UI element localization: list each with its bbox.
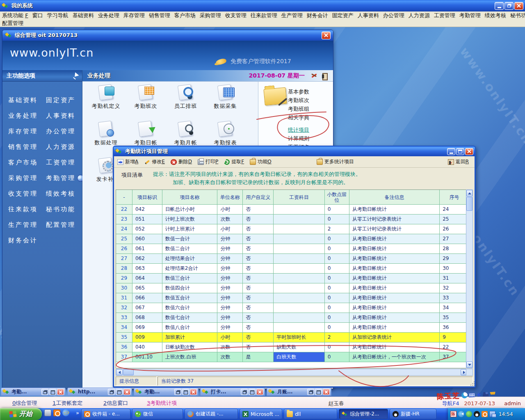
minimized-window[interactable]: http... — [67, 388, 132, 396]
menu-item[interactable]: 系统功能 F — [0, 12, 30, 19]
workspace-icon[interactable]: 考勤日帐 — [126, 121, 166, 146]
menu-item[interactable]: 收支管理 — [223, 12, 249, 19]
workspace-icon[interactable]: 考勤月帐 — [166, 121, 205, 146]
taskbar-button[interactable]: 微信 — [132, 409, 183, 419]
column-header[interactable]: 项目标识 — [132, 190, 162, 205]
table-cell[interactable]: 分钟 — [217, 234, 243, 244]
table-cell[interactable]: 2 — [325, 224, 349, 234]
side-menu-item[interactable]: 考勤班组 — [288, 105, 309, 113]
tab-item-list[interactable]: 项目清单 — [121, 171, 143, 179]
table-cell[interactable]: 0 — [325, 244, 349, 254]
table-cell[interactable]: 065 — [132, 283, 162, 293]
table-cell[interactable]: 从考勤日帐统计 — [349, 323, 440, 333]
close-button[interactable] — [465, 148, 473, 155]
table-cell[interactable]: 30 — [440, 264, 469, 274]
window-link[interactable]: 3考勤统计项 — [147, 399, 177, 407]
maximize-icon[interactable] — [249, 389, 256, 395]
sidebar-item[interactable]: 生产管理 — [8, 217, 46, 233]
table-cell[interactable]: 28 — [440, 244, 469, 254]
sidebar-item[interactable]: 办公管理 — [46, 123, 84, 139]
menu-item[interactable]: 基础资料 — [71, 12, 96, 19]
table-cell[interactable]: 30 — [116, 283, 132, 293]
table-cell[interactable]: 009 — [132, 333, 162, 342]
table-cell[interactable] — [274, 274, 325, 283]
table-cell[interactable]: 否 — [243, 313, 274, 323]
table-row[interactable]: 27062处理结果合计分钟否0从考勤日帐统计29 — [116, 254, 469, 264]
menu-item[interactable]: 配置管理 — [0, 20, 25, 27]
sidebar-item[interactable]: 考勤管理 — [46, 170, 84, 186]
messenger-tray-icon[interactable] — [466, 411, 472, 417]
table-cell[interactable]: 0 — [325, 234, 349, 244]
table-cell[interactable]: 从零工计时记录表统计 — [349, 215, 440, 224]
sidebar-item[interactable]: 业务处理 — [8, 108, 46, 123]
table-cell[interactable]: 数值三合计 — [162, 274, 218, 283]
sidebar-item[interactable]: 基础资料 — [8, 92, 46, 108]
table-cell[interactable]: 分钟 — [217, 244, 243, 254]
quick-launch-overflow[interactable]: » — [76, 410, 79, 416]
sidebar-item[interactable]: 销售管理 — [8, 139, 46, 155]
table-cell[interactable]: 平时加班时长 — [274, 333, 325, 342]
table-cell[interactable]: 052 — [132, 224, 162, 234]
close-icon[interactable] — [190, 389, 197, 395]
side-menu-item[interactable]: 相关字典 — [288, 113, 309, 122]
maximize-icon[interactable] — [49, 389, 56, 395]
table-cell[interactable] — [274, 323, 325, 333]
horizontal-scroll-thumb[interactable] — [123, 369, 134, 375]
table-cell[interactable]: 26 — [440, 224, 469, 234]
column-header[interactable]: 工资科目 — [274, 190, 325, 205]
column-header[interactable]: 用户自定义 — [243, 190, 274, 205]
table-cell[interactable] — [274, 224, 325, 234]
taskbar-button[interactable]: dll — [284, 409, 337, 419]
toolbar-button[interactable]: 新增A — [117, 158, 138, 165]
table-row[interactable]: 32067数值六合计分钟否0从考勤日帐统计34 — [116, 303, 469, 313]
toolbar-button[interactable]: 打印P — [198, 158, 218, 165]
table-cell[interactable]: 从加班记录表统计 — [349, 333, 440, 342]
table-row[interactable]: 37001.10上班次数.白班次数是白班天数0从考勤日帐统计，一个班次数一次37 — [116, 352, 469, 362]
table-cell[interactable]: 0 — [325, 313, 349, 323]
table-cell[interactable]: 29 — [440, 254, 469, 264]
table-cell[interactable]: 0 — [325, 303, 349, 313]
toolbar-button[interactable]: 删除D — [171, 158, 192, 165]
table-cell[interactable]: 0 — [325, 283, 349, 293]
restore-icon[interactable] — [41, 389, 48, 395]
scroll-up-icon[interactable] — [466, 190, 472, 196]
table-cell[interactable]: 日帐缺勤次数 — [162, 342, 218, 352]
menu-item[interactable]: 销售管理 — [147, 12, 172, 19]
table-cell[interactable]: 否 — [243, 264, 274, 274]
sidebar-item[interactable]: 库存管理 — [8, 123, 46, 139]
table-cell[interactable]: 数值四合计 — [162, 283, 218, 293]
minimize-button[interactable] — [447, 148, 455, 155]
table-cell[interactable] — [274, 303, 325, 313]
menu-item[interactable]: 生产管理 — [279, 12, 305, 19]
table-cell[interactable]: 否 — [243, 342, 274, 352]
workspace-icon[interactable]: 员工排班 — [166, 84, 205, 110]
close-button[interactable] — [514, 2, 523, 10]
sidebar-item[interactable]: 收支管理 — [8, 186, 46, 201]
table-cell[interactable]: 否 — [243, 254, 274, 264]
side-menu-item[interactable]: 计算规则 — [288, 134, 309, 143]
column-header[interactable]: 小数点留位 — [325, 190, 349, 205]
table-cell[interactable]: 分钟 — [217, 264, 243, 274]
table-row[interactable]: 33068数值七合计分钟否0从考勤日帐统计35 — [116, 313, 469, 323]
table-cell[interactable]: 从考勤日帐统计 — [349, 274, 440, 283]
table-cell[interactable]: 9 — [440, 333, 469, 342]
table-cell[interactable]: 数值八合计 — [162, 323, 218, 333]
close-button[interactable] — [322, 32, 331, 39]
toolbar-button[interactable]: 提取F — [224, 158, 244, 165]
table-cell[interactable]: 27 — [116, 254, 132, 264]
maximize-icon[interactable] — [315, 389, 322, 395]
table-cell[interactable]: 051 — [132, 215, 162, 224]
table-cell[interactable]: 分钟 — [217, 313, 243, 323]
workspace-icon[interactable]: 数据处理 — [86, 121, 126, 146]
table-cell[interactable]: 从考勤日帐统计 — [349, 342, 440, 352]
table-cell[interactable]: 小时 — [217, 205, 243, 215]
table-cell[interactable]: 22 — [440, 342, 469, 352]
table-cell[interactable]: 白班天数 — [274, 352, 325, 362]
table-cell[interactable]: 从考勤日帐统计 — [349, 244, 440, 254]
table-cell[interactable]: 36 — [440, 323, 469, 333]
menu-item[interactable]: 人力资源 — [406, 12, 432, 19]
table-cell[interactable]: 066 — [132, 293, 162, 303]
menu-item[interactable]: 窗口 — [30, 12, 45, 19]
table-cell[interactable]: 计时上班累计 — [162, 224, 218, 234]
sidebar-item[interactable]: 人力资源 — [46, 139, 84, 155]
